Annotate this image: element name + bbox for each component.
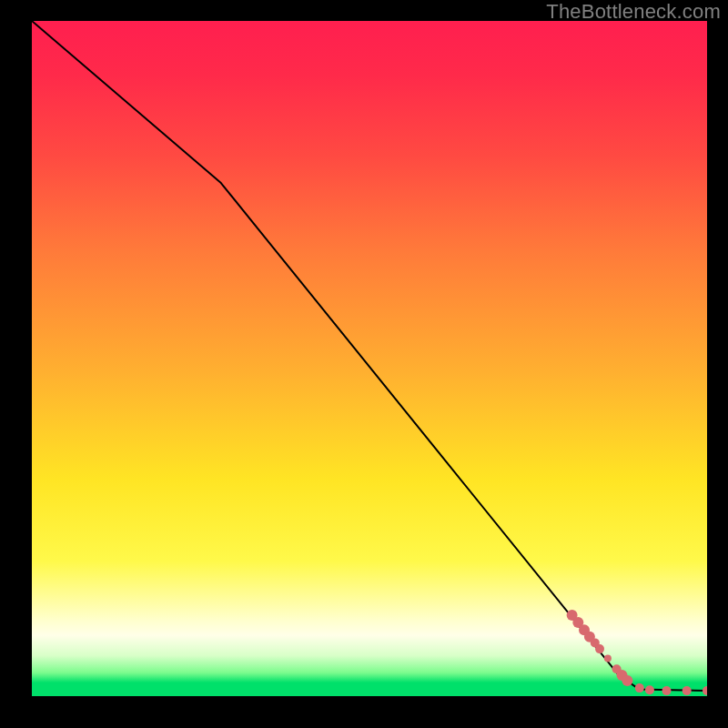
data-marker [622, 675, 632, 686]
data-marker [595, 644, 604, 653]
data-marker [703, 686, 707, 695]
marker-group [567, 610, 707, 695]
data-marker [662, 686, 672, 695]
data-marker [645, 685, 654, 694]
chart-frame: TheBottleneck.com [0, 0, 728, 728]
chart-overlay-svg [32, 21, 707, 696]
bottleneck-curve [32, 21, 707, 691]
data-marker [604, 654, 612, 662]
plot-area [32, 21, 707, 696]
data-marker [682, 686, 692, 695]
watermark-text: TheBottleneck.com [546, 0, 721, 24]
data-marker [635, 683, 644, 693]
